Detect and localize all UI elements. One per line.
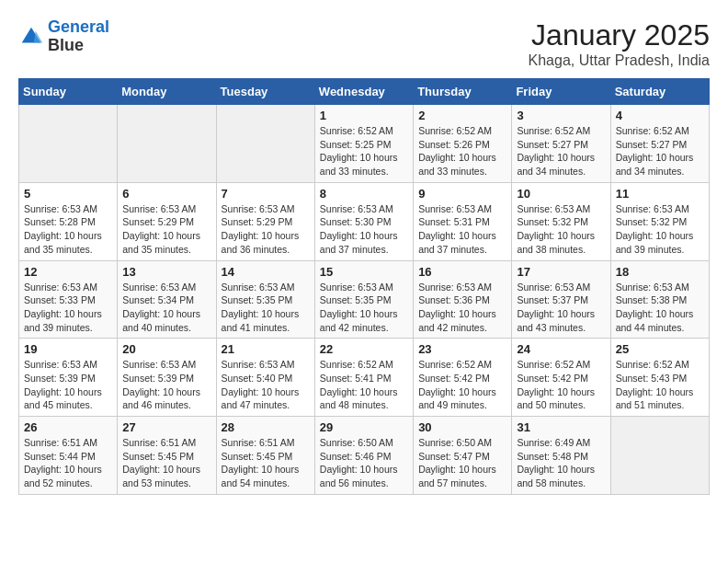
calendar-cell: 13Sunrise: 6:53 AMSunset: 5:34 PMDayligh… bbox=[118, 260, 216, 339]
logo: General Blue bbox=[18, 18, 109, 55]
calendar-cell: 29Sunrise: 6:50 AMSunset: 5:46 PMDayligh… bbox=[314, 417, 413, 495]
calendar-cell: 8Sunrise: 6:53 AMSunset: 5:30 PMDaylight… bbox=[314, 182, 413, 260]
calendar-cell: 22Sunrise: 6:52 AMSunset: 5:41 PMDayligh… bbox=[314, 339, 413, 417]
month-title: January 2025 bbox=[529, 18, 710, 52]
calendar-cell: 20Sunrise: 6:53 AMSunset: 5:39 PMDayligh… bbox=[118, 339, 216, 417]
day-info: Sunrise: 6:52 AMSunset: 5:25 PMDaylight:… bbox=[320, 124, 408, 178]
week-row-2: 12Sunrise: 6:53 AMSunset: 5:33 PMDayligh… bbox=[19, 260, 710, 339]
day-number: 18 bbox=[616, 265, 704, 279]
calendar-cell: 7Sunrise: 6:53 AMSunset: 5:29 PMDaylight… bbox=[216, 182, 314, 260]
day-number: 20 bbox=[122, 342, 210, 356]
calendar-cell: 19Sunrise: 6:53 AMSunset: 5:39 PMDayligh… bbox=[19, 339, 118, 417]
day-info: Sunrise: 6:52 AMSunset: 5:27 PMDaylight:… bbox=[517, 124, 605, 178]
day-info: Sunrise: 6:50 AMSunset: 5:47 PMDaylight:… bbox=[418, 436, 506, 490]
calendar-cell: 16Sunrise: 6:53 AMSunset: 5:36 PMDayligh… bbox=[414, 260, 512, 339]
calendar-cell bbox=[216, 105, 314, 183]
day-number: 16 bbox=[418, 265, 506, 279]
location-title: Khaga, Uttar Pradesh, India bbox=[529, 52, 710, 69]
day-info: Sunrise: 6:50 AMSunset: 5:46 PMDaylight:… bbox=[320, 436, 408, 490]
calendar-cell: 27Sunrise: 6:51 AMSunset: 5:45 PMDayligh… bbox=[118, 417, 216, 495]
weekday-header-row: SundayMondayTuesdayWednesdayThursdayFrid… bbox=[19, 79, 710, 105]
day-number: 24 bbox=[517, 342, 605, 356]
calendar-cell: 1Sunrise: 6:52 AMSunset: 5:25 PMDaylight… bbox=[314, 105, 413, 183]
day-info: Sunrise: 6:53 AMSunset: 5:28 PMDaylight:… bbox=[24, 202, 112, 257]
week-row-0: 1Sunrise: 6:52 AMSunset: 5:25 PMDaylight… bbox=[19, 105, 710, 183]
day-number: 19 bbox=[24, 342, 112, 356]
calendar-cell: 4Sunrise: 6:52 AMSunset: 5:27 PMDaylight… bbox=[610, 105, 709, 183]
day-number: 29 bbox=[320, 420, 408, 434]
day-info: Sunrise: 6:52 AMSunset: 5:42 PMDaylight:… bbox=[517, 358, 605, 412]
day-info: Sunrise: 6:51 AMSunset: 5:44 PMDaylight:… bbox=[24, 436, 112, 490]
day-info: Sunrise: 6:51 AMSunset: 5:45 PMDaylight:… bbox=[222, 436, 310, 490]
day-number: 2 bbox=[418, 109, 506, 122]
day-info: Sunrise: 6:51 AMSunset: 5:45 PMDaylight:… bbox=[122, 436, 210, 490]
calendar-cell: 5Sunrise: 6:53 AMSunset: 5:28 PMDaylight… bbox=[19, 182, 118, 260]
day-number: 13 bbox=[122, 265, 210, 279]
day-info: Sunrise: 6:49 AMSunset: 5:48 PMDaylight:… bbox=[517, 436, 605, 490]
weekday-header-wednesday: Wednesday bbox=[314, 79, 413, 105]
calendar-cell: 15Sunrise: 6:53 AMSunset: 5:35 PMDayligh… bbox=[314, 260, 413, 339]
day-number: 3 bbox=[517, 109, 605, 122]
day-info: Sunrise: 6:53 AMSunset: 5:33 PMDaylight:… bbox=[24, 281, 112, 335]
day-info: Sunrise: 6:53 AMSunset: 5:35 PMDaylight:… bbox=[222, 281, 310, 335]
logo-line1: General bbox=[48, 17, 109, 36]
day-number: 12 bbox=[24, 265, 112, 279]
day-number: 7 bbox=[222, 187, 310, 201]
week-row-3: 19Sunrise: 6:53 AMSunset: 5:39 PMDayligh… bbox=[19, 339, 710, 417]
day-info: Sunrise: 6:53 AMSunset: 5:39 PMDaylight:… bbox=[122, 358, 210, 412]
weekday-header-sunday: Sunday bbox=[19, 79, 118, 105]
page-header: General Blue January 2025 Khaga, Uttar P… bbox=[18, 18, 710, 69]
day-info: Sunrise: 6:53 AMSunset: 5:38 PMDaylight:… bbox=[616, 281, 704, 335]
day-number: 5 bbox=[24, 187, 112, 201]
day-info: Sunrise: 6:52 AMSunset: 5:41 PMDaylight:… bbox=[320, 358, 408, 412]
day-info: Sunrise: 6:53 AMSunset: 5:39 PMDaylight:… bbox=[24, 358, 112, 412]
calendar-cell: 17Sunrise: 6:53 AMSunset: 5:37 PMDayligh… bbox=[512, 260, 610, 339]
day-info: Sunrise: 6:52 AMSunset: 5:43 PMDaylight:… bbox=[616, 358, 704, 412]
logo-line2: Blue bbox=[48, 37, 109, 55]
weekday-header-thursday: Thursday bbox=[414, 79, 512, 105]
calendar-cell: 14Sunrise: 6:53 AMSunset: 5:35 PMDayligh… bbox=[216, 260, 314, 339]
calendar-cell: 2Sunrise: 6:52 AMSunset: 5:26 PMDaylight… bbox=[414, 105, 512, 183]
day-number: 11 bbox=[616, 187, 704, 201]
calendar-cell: 31Sunrise: 6:49 AMSunset: 5:48 PMDayligh… bbox=[512, 417, 610, 495]
day-info: Sunrise: 6:53 AMSunset: 5:36 PMDaylight:… bbox=[418, 281, 506, 335]
day-info: Sunrise: 6:53 AMSunset: 5:35 PMDaylight:… bbox=[320, 281, 408, 335]
calendar-cell: 21Sunrise: 6:53 AMSunset: 5:40 PMDayligh… bbox=[216, 339, 314, 417]
day-info: Sunrise: 6:53 AMSunset: 5:40 PMDaylight:… bbox=[222, 358, 310, 412]
calendar-cell bbox=[610, 417, 709, 495]
weekday-header-saturday: Saturday bbox=[610, 79, 709, 105]
calendar-cell: 12Sunrise: 6:53 AMSunset: 5:33 PMDayligh… bbox=[19, 260, 118, 339]
day-info: Sunrise: 6:53 AMSunset: 5:29 PMDaylight:… bbox=[122, 202, 210, 257]
day-info: Sunrise: 6:52 AMSunset: 5:26 PMDaylight:… bbox=[418, 124, 506, 178]
calendar-table: SundayMondayTuesdayWednesdayThursdayFrid… bbox=[18, 78, 710, 495]
day-info: Sunrise: 6:53 AMSunset: 5:34 PMDaylight:… bbox=[122, 281, 210, 335]
svg-marker-1 bbox=[34, 30, 42, 42]
day-info: Sunrise: 6:53 AMSunset: 5:30 PMDaylight:… bbox=[320, 202, 408, 257]
calendar-cell: 6Sunrise: 6:53 AMSunset: 5:29 PMDaylight… bbox=[118, 182, 216, 260]
day-number: 17 bbox=[517, 265, 605, 279]
weekday-header-tuesday: Tuesday bbox=[216, 79, 314, 105]
calendar-cell: 28Sunrise: 6:51 AMSunset: 5:45 PMDayligh… bbox=[216, 417, 314, 495]
day-number: 26 bbox=[24, 420, 112, 434]
day-number: 21 bbox=[222, 342, 310, 356]
day-info: Sunrise: 6:53 AMSunset: 5:29 PMDaylight:… bbox=[222, 202, 310, 257]
weekday-header-monday: Monday bbox=[118, 79, 216, 105]
calendar-cell: 25Sunrise: 6:52 AMSunset: 5:43 PMDayligh… bbox=[610, 339, 709, 417]
day-number: 15 bbox=[320, 265, 408, 279]
weekday-header-friday: Friday bbox=[512, 79, 610, 105]
day-number: 23 bbox=[418, 342, 506, 356]
day-info: Sunrise: 6:53 AMSunset: 5:31 PMDaylight:… bbox=[418, 202, 506, 257]
day-number: 1 bbox=[320, 109, 408, 122]
day-info: Sunrise: 6:53 AMSunset: 5:32 PMDaylight:… bbox=[517, 202, 605, 257]
day-number: 22 bbox=[320, 342, 408, 356]
calendar-cell: 30Sunrise: 6:50 AMSunset: 5:47 PMDayligh… bbox=[414, 417, 512, 495]
day-number: 25 bbox=[616, 342, 704, 356]
day-info: Sunrise: 6:52 AMSunset: 5:42 PMDaylight:… bbox=[418, 358, 506, 412]
calendar-cell: 9Sunrise: 6:53 AMSunset: 5:31 PMDaylight… bbox=[414, 182, 512, 260]
day-number: 10 bbox=[517, 187, 605, 201]
logo-text: General Blue bbox=[48, 18, 109, 55]
calendar-cell: 23Sunrise: 6:52 AMSunset: 5:42 PMDayligh… bbox=[414, 339, 512, 417]
day-number: 9 bbox=[418, 187, 506, 201]
day-number: 31 bbox=[517, 420, 605, 434]
calendar-cell bbox=[19, 105, 118, 183]
